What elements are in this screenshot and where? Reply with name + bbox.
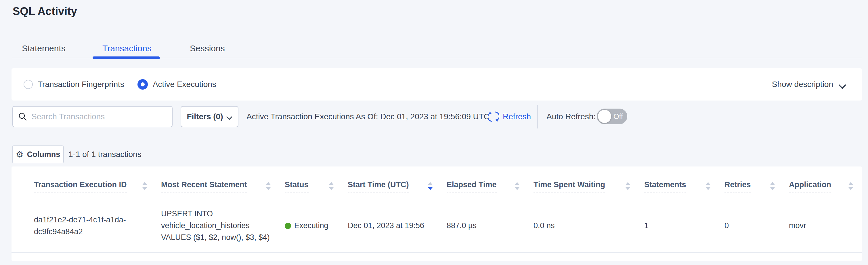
cell-start-time: Dec 01, 2023 at 19:56 [348, 220, 447, 232]
view-mode-card: Transaction Fingerprints Active Executio… [11, 68, 862, 101]
cell-application: movr [789, 220, 862, 232]
column-header-status[interactable]: Status [285, 180, 348, 199]
refresh-label: Refresh [503, 112, 531, 121]
radio-transaction-fingerprints[interactable]: Transaction Fingerprints [24, 80, 124, 89]
transactions-table: Transaction Execution ID Most Recent Sta… [11, 166, 862, 261]
refresh-icon [488, 110, 499, 123]
search-input[interactable] [31, 112, 167, 121]
cell-most-recent-statement: UPSERT INTO vehicle_location_histories V… [161, 208, 285, 243]
as-of-timestamp: Active Transaction Executions As Of: Dec… [246, 106, 490, 127]
toggle-knob[interactable] [598, 110, 611, 123]
column-header-retries[interactable]: Retries [724, 180, 789, 199]
radio-selected-icon[interactable] [137, 79, 148, 89]
tab-transactions[interactable]: Transactions [102, 40, 152, 56]
sort-icon[interactable] [770, 180, 775, 190]
search-box[interactable] [12, 106, 173, 127]
auto-refresh-label: Auto Refresh: [547, 106, 596, 127]
refresh-button[interactable]: Refresh [488, 106, 531, 127]
columns-button[interactable]: ⚙ Columns [12, 145, 64, 163]
table-header-row: Transaction Execution ID Most Recent Sta… [11, 166, 862, 199]
table-row[interactable]: da1f21e2-de71-4c1f-a1da- dc9fc94a84a2 UP… [11, 199, 862, 253]
sort-icon[interactable] [515, 180, 520, 190]
page-title: SQL Activity [13, 5, 77, 18]
cell-elapsed-time: 887.0 µs [447, 220, 533, 232]
toolbar-divider [537, 105, 538, 129]
tab-sessions[interactable]: Sessions [190, 40, 225, 56]
sort-icon[interactable] [706, 180, 711, 190]
tab-statements[interactable]: Statements [22, 40, 66, 56]
results-count: 1-1 of 1 transactions [68, 145, 142, 163]
radio-unselected-icon[interactable] [24, 80, 33, 89]
sort-icon[interactable] [142, 180, 147, 190]
sort-icon[interactable] [329, 180, 334, 190]
filters-label: Filters (0) [187, 112, 223, 121]
sort-icon[interactable] [848, 180, 853, 190]
cell-status: Executing [285, 220, 348, 232]
sort-icon[interactable] [266, 180, 271, 190]
radio-label: Transaction Fingerprints [38, 80, 124, 89]
chevron-down-icon [839, 81, 845, 87]
show-description-label: Show description [772, 80, 833, 89]
column-header-time-spent-waiting[interactable]: Time Spent Waiting [533, 180, 644, 199]
active-tab-underline [93, 56, 160, 59]
cell-statements: 1 [644, 220, 724, 232]
column-header-elapsed-time[interactable]: Elapsed Time [447, 180, 533, 199]
columns-button-label: Columns [27, 150, 60, 159]
column-header-application[interactable]: Application [789, 180, 862, 199]
view-mode-radio-group: Transaction Fingerprints Active Executio… [24, 79, 216, 89]
toggle-state-label: Off [614, 109, 623, 124]
status-executing-dot-icon [285, 223, 291, 229]
sort-icon[interactable] [428, 180, 433, 190]
filters-button[interactable]: Filters (0) [181, 106, 239, 127]
column-header-statements[interactable]: Statements [644, 180, 724, 199]
radio-label: Active Executions [153, 80, 216, 89]
show-description-toggle[interactable]: Show description [772, 80, 845, 89]
column-header-transaction-execution-id[interactable]: Transaction Execution ID [34, 180, 161, 199]
search-icon [18, 112, 27, 121]
gear-icon: ⚙ [16, 150, 24, 159]
column-header-start-time[interactable]: Start Time (UTC) [348, 180, 447, 199]
status-badge: Executing [294, 220, 329, 232]
cell-retries: 0 [724, 220, 789, 232]
cell-time-spent-waiting: 0.0 ns [533, 220, 644, 232]
radio-active-executions[interactable]: Active Executions [137, 79, 216, 89]
cell-transaction-execution-id[interactable]: da1f21e2-de71-4c1f-a1da- dc9fc94a84a2 [34, 214, 161, 238]
auto-refresh-toggle[interactable]: Off [597, 109, 627, 124]
column-header-most-recent-statement[interactable]: Most Recent Statement [161, 180, 285, 199]
sort-icon[interactable] [625, 180, 630, 190]
chevron-down-icon [227, 114, 232, 120]
